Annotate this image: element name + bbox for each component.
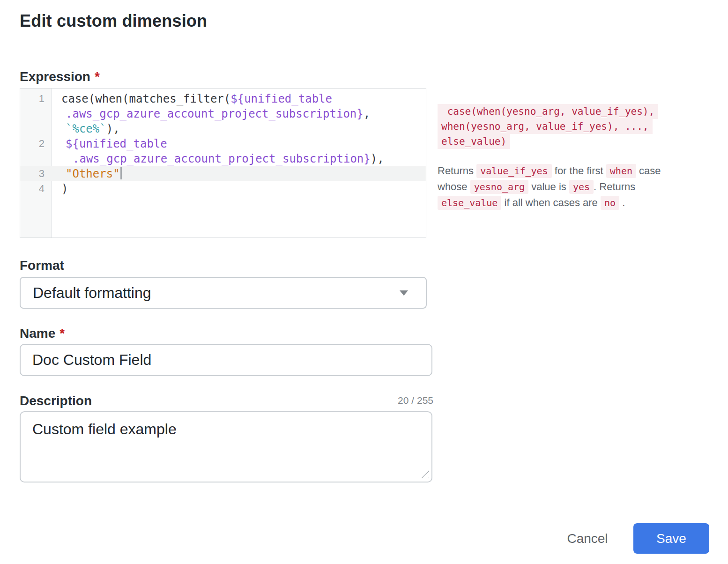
- code-line[interactable]: .aws_gcp_azure_account_project_subscript…: [20, 106, 426, 121]
- character-counter: 20 / 255: [20, 395, 433, 406]
- text-cursor: [120, 167, 122, 179]
- format-select-value: Default formatting: [33, 284, 400, 302]
- required-asterisk: *: [59, 326, 65, 341]
- inline-code: yes: [569, 180, 594, 194]
- inline-code: when: [606, 164, 636, 178]
- code-token: "Others": [66, 167, 120, 180]
- inline-code: yesno_arg: [470, 180, 528, 194]
- help-text: for the first: [552, 165, 606, 177]
- inline-code: no: [601, 196, 619, 210]
- code-line[interactable]: .aws_gcp_azure_account_project_subscript…: [20, 151, 426, 166]
- code-line[interactable]: 4): [20, 181, 426, 196]
- chevron-down-icon: [400, 290, 408, 296]
- code-token: ),: [106, 122, 120, 135]
- expression-code-editor[interactable]: 1case(when(matches_filter(${unified_tabl…: [20, 88, 426, 238]
- inline-code: value_if_yes: [476, 164, 552, 178]
- help-text: .: [619, 197, 625, 208]
- cancel-button[interactable]: Cancel: [557, 524, 618, 554]
- code-token: case(when(matches_filter(: [61, 92, 230, 105]
- line-number: 4: [20, 181, 52, 196]
- code-token: ${unified_table: [66, 137, 167, 150]
- code-token: `%ce%`: [66, 122, 106, 135]
- page-title: Edit custom dimension: [20, 11, 207, 31]
- signature-line: else_value): [438, 134, 510, 149]
- line-number: 3: [20, 166, 52, 181]
- required-asterisk: *: [95, 69, 100, 84]
- code-token: ),: [371, 152, 384, 165]
- name-label-text: Name: [20, 326, 55, 341]
- help-text: Returns: [438, 165, 476, 177]
- code-token: ,: [364, 107, 370, 120]
- code-line[interactable]: 1case(when(matches_filter(${unified_tabl…: [20, 91, 426, 106]
- line-number: [20, 106, 52, 121]
- format-label: Format: [20, 258, 64, 273]
- expression-label: Expression*: [20, 69, 100, 84]
- line-number: 1: [20, 91, 52, 106]
- line-number: 2: [20, 136, 52, 151]
- help-text: . Returns: [594, 181, 635, 193]
- function-description-text: Returns value_if_yes for the first when …: [438, 163, 686, 211]
- signature-line: when(yesno_arg, value_if_yes), ...,: [438, 119, 653, 134]
- name-input[interactable]: [20, 344, 432, 376]
- code-token: ): [61, 182, 68, 195]
- name-label: Name*: [20, 326, 65, 341]
- signature-line: case(when(yesno_arg, value_if_yes),: [438, 104, 658, 119]
- format-select[interactable]: Default formatting: [20, 277, 427, 309]
- code-token: .aws_gcp_azure_account_project_subscript…: [73, 152, 371, 165]
- save-button[interactable]: Save: [633, 523, 709, 554]
- code-lines[interactable]: 1case(when(matches_filter(${unified_tabl…: [20, 89, 426, 196]
- help-text: value is: [528, 181, 569, 193]
- code-line[interactable]: 3"Others": [20, 166, 426, 181]
- description-field-container: [20, 411, 432, 482]
- inline-code: else_value: [438, 196, 501, 210]
- code-line[interactable]: `%ce%`),: [20, 121, 426, 136]
- code-token: .aws_gcp_azure_account_project_subscript…: [66, 107, 364, 120]
- code-line[interactable]: 2${unified_table: [20, 136, 426, 151]
- description-textarea[interactable]: [20, 411, 432, 482]
- edit-custom-dimension-dialog: Edit custom dimension Expression* 1case(…: [0, 0, 728, 564]
- expression-label-text: Expression: [20, 69, 90, 84]
- line-number: [20, 121, 52, 136]
- line-number: [20, 151, 52, 166]
- help-text: if all when cases are: [501, 197, 601, 208]
- code-token: ${unified_table: [230, 92, 332, 105]
- function-signature-block: case(when(yesno_arg, value_if_yes),when(…: [438, 104, 658, 149]
